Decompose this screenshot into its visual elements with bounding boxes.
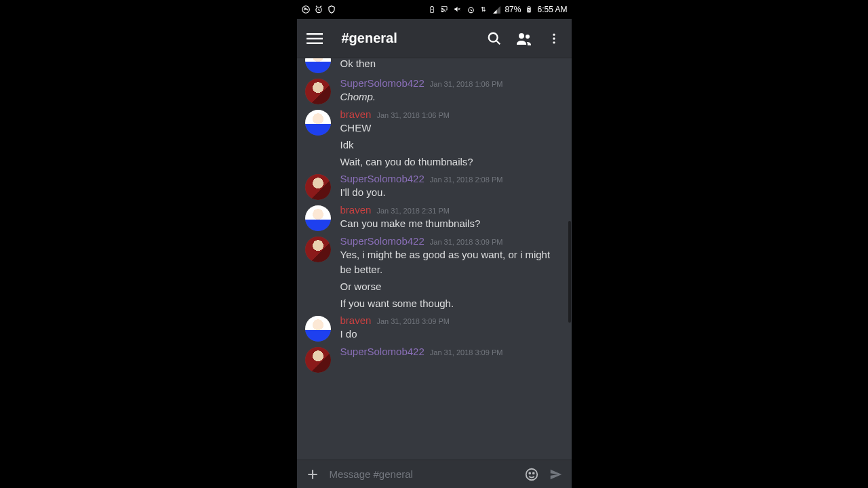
username[interactable]: braven — [340, 204, 372, 216]
search-button[interactable] — [486, 30, 502, 47]
message-content: SuperSolomob422Jan 31, 2018 1:06 PMChomp… — [340, 77, 564, 104]
message-group[interactable]: bravenJan 31, 2018 1:06 PMCHEWIdkWait, c… — [297, 106, 572, 170]
statusbar: ⇅ 87% 6:55 AM — [297, 0, 572, 19]
svg-rect-3 — [431, 6, 433, 7]
clock-time: 6:55 AM — [537, 5, 567, 14]
message-meta: bravenJan 31, 2018 2:31 PM — [340, 204, 564, 216]
svg-point-16 — [553, 41, 555, 43]
timestamp: Jan 31, 2018 2:31 PM — [376, 207, 450, 215]
timestamp: Jan 31, 2018 3:09 PM — [430, 238, 503, 246]
add-attachment-button[interactable] — [305, 467, 320, 482]
svg-rect-9 — [307, 37, 323, 39]
timestamp: Jan 31, 2018 1:06 PM — [376, 111, 450, 119]
svg-point-19 — [532, 472, 534, 474]
message-text[interactable]: Chomp. — [340, 89, 564, 104]
avatar[interactable] — [305, 79, 331, 104]
message-group[interactable]: bravenJan 31, 2018 1:05 PMOk then — [297, 58, 572, 75]
message-content: bravenJan 31, 2018 2:31 PMCan you make m… — [340, 204, 564, 231]
svg-point-13 — [526, 35, 530, 39]
svg-rect-6 — [528, 6, 530, 7]
message-group[interactable]: SuperSolomob422Jan 31, 2018 2:08 PMI'll … — [297, 170, 572, 201]
message-text[interactable]: Can you make me thumbnails? — [340, 216, 564, 231]
message-meta: bravenJan 31, 2018 3:09 PM — [340, 314, 564, 326]
message-group[interactable]: bravenJan 31, 2018 3:09 PMI do — [297, 312, 572, 343]
message-content: SuperSolomob422Jan 31, 2018 3:09 PMYes, … — [340, 235, 564, 310]
avatar[interactable] — [305, 316, 331, 342]
message-text[interactable]: CHEW — [340, 121, 564, 136]
members-button[interactable] — [516, 30, 532, 47]
message-text[interactable]: Wait, can you do thumbnails? — [340, 155, 564, 169]
message-content: bravenJan 31, 2018 1:05 PMOk then — [340, 58, 564, 73]
app-icon — [301, 5, 311, 14]
timestamp: Jan 31, 2018 3:09 PM — [376, 317, 450, 325]
statusbar-left — [301, 5, 336, 14]
timestamp: Jan 31, 2018 2:08 PM — [430, 176, 503, 184]
alarm-icon — [314, 5, 323, 14]
channel-header: #general — [297, 19, 572, 58]
svg-point-18 — [529, 472, 530, 474]
message-text[interactable]: I do — [340, 327, 564, 342]
statusbar-right: ⇅ 87% 6:55 AM — [427, 5, 567, 14]
avatar[interactable] — [305, 110, 331, 136]
username[interactable]: SuperSolomob422 — [340, 173, 425, 184]
username[interactable]: SuperSolomob422 — [340, 235, 425, 247]
svg-point-17 — [526, 468, 537, 480]
message-group[interactable]: SuperSolomob422Jan 31, 2018 3:09 PMYes, … — [297, 232, 572, 312]
timestamp: Jan 31, 2018 3:09 PM — [430, 348, 503, 357]
avatar[interactable] — [305, 205, 331, 231]
message-input-bar: Message #general — [297, 460, 572, 488]
username[interactable]: SuperSolomob422 — [340, 77, 425, 89]
battery-percent: 87% — [505, 5, 521, 14]
scrollbar[interactable] — [568, 221, 571, 323]
message-meta: SuperSolomob422Jan 31, 2018 2:08 PM — [340, 173, 564, 184]
mute-icon — [453, 5, 462, 14]
avatar[interactable] — [305, 58, 331, 73]
phone-frame: ⇅ 87% 6:55 AM #general bravenJan 31, 2 — [297, 0, 572, 488]
username[interactable]: braven — [340, 314, 372, 326]
message-meta: SuperSolomob422Jan 31, 2018 3:09 PM — [340, 235, 564, 247]
message-text[interactable]: Idk — [340, 138, 564, 152]
emoji-button[interactable] — [524, 467, 539, 482]
menu-button[interactable] — [307, 30, 323, 47]
channel-title: #general — [342, 30, 473, 46]
message-group[interactable]: SuperSolomob422Jan 31, 2018 1:06 PMChomp… — [297, 75, 572, 106]
message-content: bravenJan 31, 2018 1:06 PMCHEWIdkWait, c… — [340, 108, 564, 169]
message-text[interactable]: Ok then — [340, 58, 564, 71]
message-content: bravenJan 31, 2018 3:09 PMI do — [340, 314, 564, 342]
svg-point-15 — [553, 37, 555, 39]
battery-charging-icon — [524, 5, 534, 14]
username[interactable]: braven — [340, 108, 372, 120]
message-meta: SuperSolomob422Jan 31, 2018 1:06 PM — [340, 77, 564, 89]
message-text[interactable]: I'll do you. — [340, 185, 564, 200]
message-content: SuperSolomob422Jan 31, 2018 3:09 PM — [340, 346, 564, 373]
data-icon: ⇅ — [479, 5, 488, 14]
more-button[interactable] — [546, 30, 562, 47]
message-input[interactable]: Message #general — [330, 468, 515, 480]
username[interactable]: SuperSolomob422 — [340, 346, 425, 357]
message-content: SuperSolomob422Jan 31, 2018 2:08 PMI'll … — [340, 173, 564, 200]
avatar[interactable] — [305, 347, 331, 373]
message-group[interactable]: SuperSolomob422Jan 31, 2018 3:09 PM — [297, 343, 572, 374]
shield-icon — [327, 5, 336, 14]
timestamp: Jan 31, 2018 1:06 PM — [430, 80, 503, 88]
message-meta: bravenJan 31, 2018 1:06 PM — [340, 108, 564, 120]
message-text[interactable]: Or worse — [340, 279, 564, 294]
send-button[interactable] — [549, 467, 564, 482]
svg-point-14 — [553, 33, 555, 35]
svg-point-12 — [519, 33, 524, 39]
avatar[interactable] — [305, 237, 331, 262]
message-meta: SuperSolomob422Jan 31, 2018 3:09 PM — [340, 346, 564, 357]
avatar[interactable] — [305, 174, 331, 200]
message-text[interactable]: If you want some though. — [340, 296, 564, 311]
svg-rect-10 — [307, 42, 323, 44]
message-list[interactable]: bravenJan 31, 2018 1:05 PMOk thenSuperSo… — [297, 58, 572, 460]
battery-saver-icon — [427, 5, 437, 14]
signal-icon — [492, 5, 501, 14]
svg-rect-8 — [307, 33, 323, 35]
message-text[interactable]: Yes, i might be as good as you want, or … — [340, 247, 564, 277]
cast-icon — [440, 5, 450, 14]
alarm-set-icon — [466, 5, 475, 14]
svg-point-11 — [488, 33, 497, 41]
message-group[interactable]: bravenJan 31, 2018 2:31 PMCan you make m… — [297, 201, 572, 232]
